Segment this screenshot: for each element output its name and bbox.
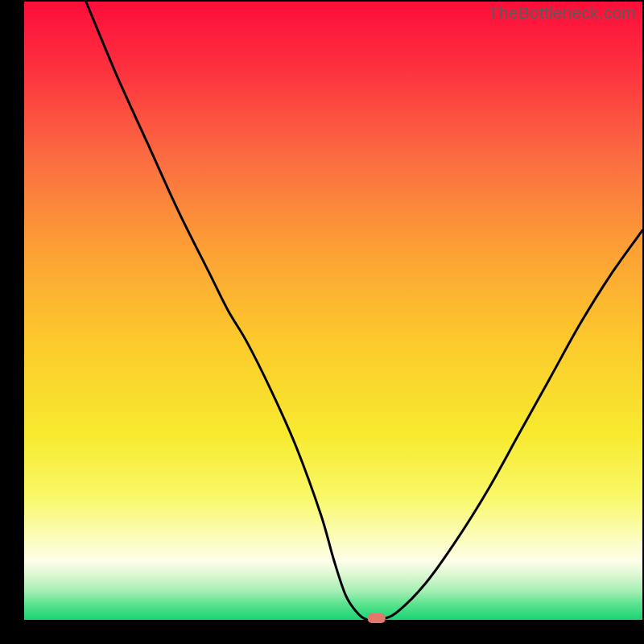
chart-frame: TheBottleneck.com — [0, 0, 644, 644]
bottleneck-chart — [0, 0, 644, 644]
optimal-point-marker — [368, 613, 386, 623]
attribution-text: TheBottleneck.com — [489, 3, 636, 23]
plot-background — [24, 2, 642, 620]
